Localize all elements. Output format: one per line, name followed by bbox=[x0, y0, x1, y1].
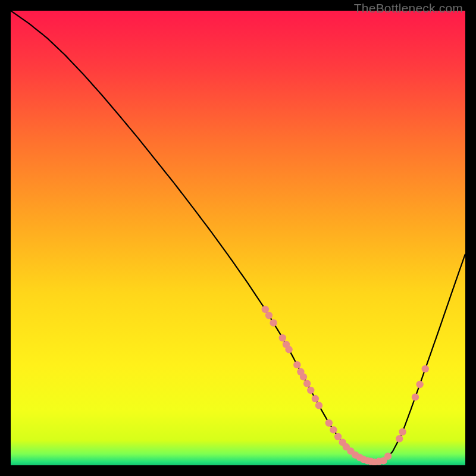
data-marker bbox=[330, 426, 337, 433]
data-marker bbox=[303, 380, 311, 387]
data-marker bbox=[265, 312, 273, 319]
data-marker bbox=[293, 361, 300, 368]
data-marker bbox=[412, 393, 419, 400]
data-marker bbox=[396, 435, 403, 442]
data-marker bbox=[279, 334, 286, 342]
data-marker bbox=[399, 428, 406, 436]
data-marker bbox=[315, 402, 322, 409]
bottleneck-chart bbox=[11, 11, 465, 465]
data-marker bbox=[300, 373, 307, 380]
data-marker bbox=[384, 453, 392, 460]
gradient-background bbox=[11, 11, 465, 465]
plot-frame bbox=[11, 11, 465, 465]
watermark-text: TheBottleneck.com bbox=[354, 1, 463, 15]
data-marker bbox=[270, 319, 277, 326]
data-marker bbox=[312, 395, 319, 402]
data-marker bbox=[307, 387, 314, 394]
data-marker bbox=[422, 365, 429, 372]
data-marker bbox=[416, 381, 423, 388]
data-marker bbox=[325, 419, 333, 427]
data-marker bbox=[285, 346, 292, 353]
